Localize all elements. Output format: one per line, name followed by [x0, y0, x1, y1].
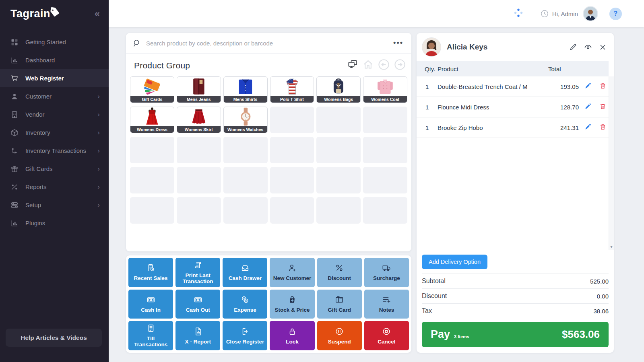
delete-item-icon[interactable] [597, 82, 609, 90]
gift-card-button[interactable]: Gift Card [317, 290, 362, 319]
product-tile-label: Womens Watches [224, 126, 267, 133]
back-arrow-icon[interactable] [378, 59, 390, 72]
edit-item-icon[interactable] [579, 103, 597, 111]
sidebar-item-inventory[interactable]: Inventory› [0, 123, 109, 142]
action-label: Cash Out [186, 307, 210, 313]
help-button[interactable]: ? [609, 8, 622, 20]
suspend-button[interactable]: Suspend [317, 321, 362, 350]
stock-price-button[interactable]: Stock & Price [270, 290, 314, 319]
print-last-transaction-button[interactable]: Print Last Transaction [175, 258, 220, 287]
product-tile-womens-dress[interactable]: Womens Dress [130, 107, 174, 133]
cash-drawer-button[interactable]: Cash Drawer [223, 258, 267, 287]
till-transactions-button[interactable]: Till Transactions [128, 321, 173, 350]
apps-diamond-icon[interactable] [514, 8, 523, 19]
sidebar-item-label: Getting Started [25, 39, 66, 45]
action-label: Surcharge [373, 275, 400, 281]
item-name: Brooke Zip Hobo [438, 124, 547, 131]
search-input[interactable] [146, 40, 388, 47]
total-label: Tax [422, 307, 432, 315]
close-register-button[interactable]: Close Register [223, 321, 267, 350]
cart-item-row: 1Brooke Zip Hobo241.31 [417, 117, 609, 138]
person-icon [10, 92, 19, 101]
product-tile-gift-cards[interactable]: Gift Cards [130, 76, 174, 103]
empty-tile [223, 167, 268, 193]
product-tile-womens-watches[interactable]: Womens Watches [223, 107, 268, 133]
view-customer-icon[interactable] [584, 43, 592, 51]
sidebar-item-reports[interactable]: Reports› [0, 178, 109, 196]
sidebar-item-label: Dashboard [25, 57, 55, 64]
sidebar-item-getting-started[interactable]: Getting Started [0, 33, 109, 51]
product-tile-mens-jeans[interactable]: Mens Jeans [177, 76, 221, 103]
empty-tile [270, 107, 314, 133]
recent-sales-button[interactable]: Recent Sales [128, 258, 173, 287]
sidebar-item-web-register[interactable]: Web Register [0, 69, 109, 87]
delete-item-icon[interactable] [597, 103, 609, 111]
total-label: Discount [422, 292, 447, 300]
sidebar-menu: Getting StartedDashboardWeb RegisterCust… [0, 27, 109, 232]
total-row-tax: Tax38.06 [422, 303, 609, 318]
close-cart-icon[interactable] [599, 43, 607, 51]
sidebar-item-inventory-transactions[interactable]: Inventory Transactions› [0, 142, 109, 160]
sidebar-item-setup[interactable]: Setup› [0, 196, 109, 214]
cash-out-button[interactable]: Cash Out [175, 290, 220, 319]
coins-icon [241, 295, 250, 304]
empty-tile [223, 197, 268, 224]
empty-tile [270, 167, 314, 193]
surcharge-button[interactable]: Surcharge [364, 258, 409, 287]
action-label: X - Report [185, 339, 211, 345]
user-greeting[interactable]: Hi, Admin [540, 9, 578, 18]
total-column-header: Total [548, 66, 609, 72]
lock-button[interactable]: Lock [270, 321, 314, 350]
delete-item-icon[interactable] [597, 123, 609, 132]
product-tile-label: Womens Dress [130, 126, 174, 133]
sidebar-item-label: Gift Cards [25, 165, 53, 172]
more-options-icon[interactable]: ••• [393, 41, 403, 44]
sidebar-item-customer[interactable]: Customer› [0, 87, 109, 105]
dual-display-icon[interactable] [347, 59, 358, 72]
product-tile-womens-skirt[interactable]: Womens Skirt [177, 107, 221, 133]
add-delivery-option-button[interactable]: Add Delivery Option [422, 255, 487, 269]
edit-item-icon[interactable] [579, 82, 597, 90]
edit-customer-icon[interactable] [569, 43, 577, 51]
x-report-button[interactable]: X - Report [175, 321, 220, 350]
product-tile-label: Mens Jeans [177, 96, 221, 103]
expense-button[interactable]: Expense [223, 290, 267, 319]
product-tile-label: Womens Bags [317, 96, 360, 103]
product-tile-womens-coat[interactable]: Womens Coat [363, 76, 407, 103]
sidebar-item-vendor[interactable]: Vendor› [0, 105, 109, 123]
empty-tile [177, 197, 221, 224]
cart-scrollbar[interactable]: ▾ [609, 76, 614, 250]
sidebar-item-plugins[interactable]: Plugins [0, 214, 109, 232]
action-label: Stock & Price [275, 307, 310, 313]
cube-icon [10, 128, 19, 137]
help-articles-button[interactable]: Help Articles & Videos [6, 329, 102, 347]
cancel-button[interactable]: Cancel [364, 321, 409, 350]
empty-tile [363, 137, 407, 163]
sidebar-item-dashboard[interactable]: Dashboard [0, 51, 109, 69]
notes-button[interactable]: Notes [364, 290, 409, 319]
action-label: Discount [328, 275, 351, 281]
actions-panel: Recent SalesPrint Last TransactionCash D… [126, 255, 411, 353]
discount-button[interactable]: Discount [317, 258, 362, 287]
item-qty: 1 [417, 83, 438, 90]
product-tile-label: Womens Coat [363, 96, 407, 103]
admin-avatar[interactable] [583, 6, 598, 21]
cart-item-row: 1Flounce Midi Dress128.70 [417, 97, 609, 117]
product-tile-womens-bags[interactable]: Womens Bags [316, 76, 361, 103]
item-total: 193.05 [547, 83, 579, 90]
empty-tile [316, 137, 361, 163]
action-label: Suspend [328, 339, 351, 345]
product-tile-mens-shirts[interactable]: Mens Shirts [223, 76, 268, 103]
product-tile-polo-t-shirt[interactable]: Polo T Shirt [270, 76, 314, 103]
home-icon[interactable] [363, 59, 374, 72]
total-row-subtotal: Subtotal525.00 [422, 274, 609, 288]
empty-tile [270, 137, 314, 163]
cash-in-button[interactable]: Cash In [128, 290, 173, 319]
sidebar-collapse-icon[interactable]: « [95, 9, 100, 19]
pay-button[interactable]: Pay 3 Items $563.06 [422, 322, 609, 347]
edit-item-icon[interactable] [579, 123, 597, 132]
products-panel: ••• Product Group Gift CardsMens JeansMe… [126, 33, 411, 251]
sidebar-item-gift-cards[interactable]: Gift Cards› [0, 160, 109, 178]
new-customer-button[interactable]: New Customer [270, 258, 314, 287]
forward-arrow-icon[interactable] [394, 59, 406, 72]
